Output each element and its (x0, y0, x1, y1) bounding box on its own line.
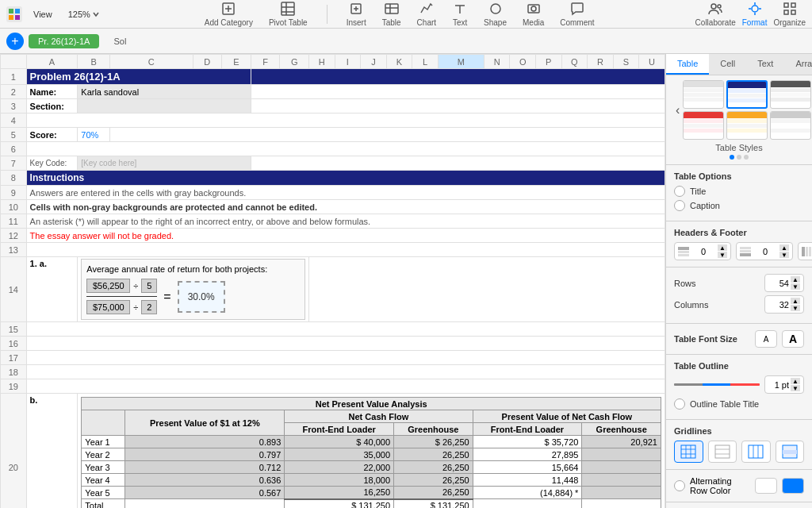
tab-table[interactable]: Table (666, 54, 709, 75)
tab-arrange[interactable]: Arrange (784, 54, 812, 75)
altrow-section: Alternating Row Color (666, 470, 812, 502)
footer-rows-input[interactable] (754, 247, 776, 256)
font-size-large[interactable]: A (782, 330, 804, 348)
npv-col-label (82, 410, 125, 436)
style-thumb-6[interactable] (770, 111, 811, 140)
title-checkbox[interactable] (674, 186, 685, 197)
shape-button[interactable]: Shape (484, 1, 507, 27)
header-rows-down[interactable]: ▼ (718, 252, 727, 258)
collaborate-button[interactable]: Collaborate (695, 1, 736, 27)
sheet-tab-sol[interactable]: Sol (104, 34, 136, 48)
gridlines-btn-4[interactable] (776, 441, 805, 463)
altrow-color-1[interactable] (755, 478, 777, 494)
instructions-header: Instructions (26, 171, 665, 186)
avg-rate-label: Average annual rate of return for both p… (86, 264, 300, 274)
footer-rows-down[interactable]: ▼ (779, 252, 789, 258)
gridlines-btn-2[interactable] (708, 441, 737, 463)
svg-rect-54 (783, 450, 797, 454)
sheet-tab-active[interactable]: Pr. 26(12)-1A (29, 34, 99, 48)
svg-rect-2 (9, 15, 13, 20)
styles-prev-button[interactable]: ‹ (672, 103, 683, 117)
format-button[interactable]: Format (742, 1, 768, 27)
gridlines-btn-3[interactable] (741, 441, 771, 463)
rows-up[interactable]: ▲ (791, 276, 800, 283)
val3[interactable]: $75,000 (86, 300, 130, 314)
npv-row-1: Year 2 0.797 35,000 26,250 27,895 (82, 448, 661, 461)
svg-rect-31 (784, 10, 788, 14)
section-value[interactable] (78, 99, 251, 114)
svg-rect-39 (802, 247, 805, 256)
svg-rect-0 (9, 9, 13, 13)
outline-color-picker[interactable] (674, 383, 760, 386)
outline-width[interactable]: 1 pt ▲ ▼ (764, 375, 804, 394)
header-cols-control[interactable]: ▲ ▼ (798, 242, 812, 260)
val1[interactable]: $56,250 (86, 279, 130, 293)
style-thumb-3[interactable] (770, 80, 811, 109)
style-thumb-4[interactable] (683, 111, 724, 140)
col-header-f: F (251, 55, 280, 69)
footer-rows-up[interactable]: ▲ (779, 244, 789, 251)
col-header-q: Q (561, 55, 588, 69)
media-button[interactable]: Media (523, 1, 544, 27)
text-button[interactable]: Text (452, 1, 468, 27)
corner-header (1, 55, 27, 69)
cols-input[interactable]: 32 ▲ ▼ (764, 295, 804, 314)
rows-down[interactable]: ▼ (791, 283, 800, 290)
cols-up[interactable]: ▲ (791, 298, 800, 304)
chart-button[interactable]: Chart (417, 1, 436, 27)
npv-row-2: Year 3 0.712 22,000 26,250 15,664 (82, 461, 661, 474)
organize-button[interactable]: Organize (773, 1, 806, 27)
svg-rect-34 (678, 251, 689, 253)
outline-row: 1 pt ▲ ▼ (674, 375, 804, 394)
name-value[interactable]: Karla sandoval (78, 85, 251, 99)
outline-down[interactable]: ▼ (791, 385, 800, 391)
row-6: 6 (1, 142, 665, 156)
footer-rows-control[interactable]: ▲ ▼ (736, 242, 793, 260)
score-value: 70% (78, 128, 110, 142)
caption-checkbox[interactable] (674, 200, 685, 211)
tab-text[interactable]: Text (746, 54, 784, 75)
cols-down[interactable]: ▼ (791, 305, 800, 311)
add-category-button[interactable]: Add Category (205, 1, 253, 27)
outline-up[interactable]: ▲ (791, 378, 800, 384)
rows-cols-section: Rows 54 ▲ ▼ Columns 32 ▲ ▼ (666, 267, 812, 324)
main-content: A B C D E F G H I J K L M N O P Q (0, 54, 812, 508)
altrow-checkbox[interactable] (674, 480, 685, 491)
rows-input[interactable]: 54 ▲ ▼ (764, 274, 804, 292)
row-18: 18 (1, 365, 665, 379)
tab-cell[interactable]: Cell (709, 54, 746, 75)
key-code-value[interactable]: [Key code here] (78, 156, 251, 171)
result-cell[interactable]: 30.0% (178, 281, 225, 313)
zoom-control[interactable]: 125% (63, 8, 104, 21)
pivot-table-button[interactable]: Pivot Table (269, 1, 308, 27)
style-thumb-2[interactable] (726, 80, 768, 109)
row-col-size-section: Row & Column Size Height 15 pt ▲ ▼ Fit W… (666, 502, 812, 508)
row-num-14: 14 (1, 257, 27, 322)
altrow-color-2[interactable] (782, 478, 804, 494)
header-rows-input[interactable] (692, 247, 714, 256)
comment-button[interactable]: Comment (560, 1, 594, 27)
problem-title-cell[interactable]: Problem 26(12)-1A (26, 69, 251, 85)
val4[interactable]: 2 (141, 300, 157, 314)
insert-button[interactable]: Insert (347, 1, 366, 27)
row-15: 15 (1, 322, 665, 337)
row-num-20: 20 (1, 394, 27, 509)
style-thumb-1[interactable] (683, 80, 724, 109)
val2[interactable]: 5 (141, 279, 157, 293)
view-button[interactable]: View (29, 8, 57, 21)
col-header-d: D (193, 55, 222, 69)
header-rows-control[interactable]: ▲ ▼ (674, 242, 731, 260)
add-sheet-button[interactable]: + (6, 33, 24, 50)
gridlines-btn-1[interactable] (674, 441, 703, 463)
options-title: Table Options (674, 171, 804, 181)
table-button[interactable]: Table (382, 1, 401, 27)
col-header-b: B (78, 55, 110, 69)
row-num-7: 7 (1, 156, 27, 171)
font-size-small[interactable]: A (755, 330, 777, 348)
col-header-m: M (438, 55, 484, 69)
row-3: 3 Section: (1, 99, 665, 114)
app-icon (6, 6, 22, 22)
outline-title-checkbox[interactable] (674, 398, 685, 410)
header-rows-up[interactable]: ▲ (718, 244, 727, 251)
style-thumb-5[interactable] (726, 111, 768, 140)
